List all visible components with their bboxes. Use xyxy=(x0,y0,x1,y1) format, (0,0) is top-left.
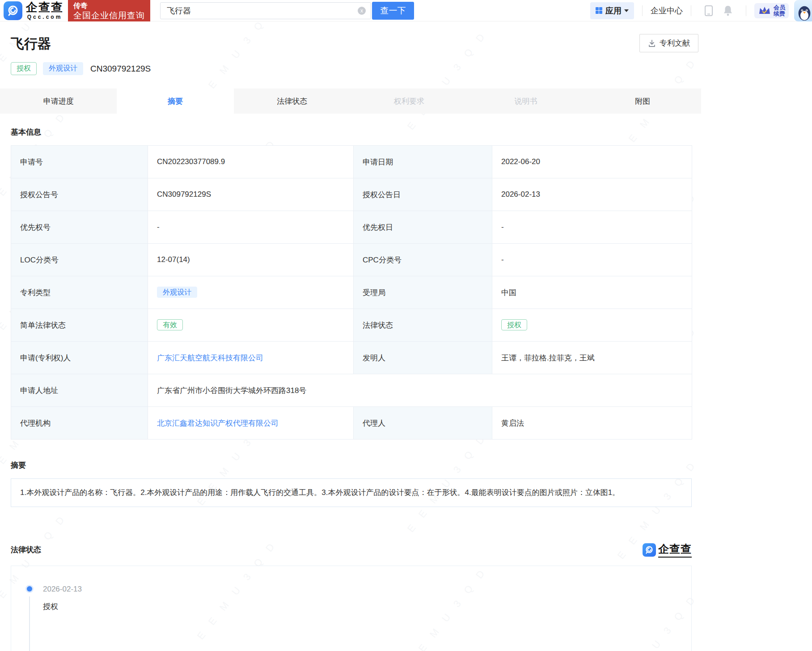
qcc-watermark-icon xyxy=(643,543,656,557)
brand-domain: Qcc.com xyxy=(26,14,63,20)
agency-label: 代理机构 xyxy=(11,407,148,440)
download-icon xyxy=(648,39,656,47)
promo-banner[interactable]: 传奇 全国企业信用查询 xyxy=(68,0,150,21)
table-row: 申请人地址 广东省广州市小谷围街大学城外环西路318号 xyxy=(11,374,692,407)
inventors-value: 王谭，菲拉格.拉菲克，王斌 xyxy=(492,342,692,374)
vip-line2: 续费 xyxy=(774,11,785,17)
legal-status-heading: 法律状态 xyxy=(11,545,41,555)
qcc-watermark-logo: 企查查 xyxy=(643,542,692,558)
page-title: 飞行器 xyxy=(11,35,690,53)
tab-bar: 申请进度 摘要 法律状态 权利要求 说明书 附图 xyxy=(0,89,701,114)
brand-text: 企查查 Qcc.com xyxy=(26,1,63,20)
table-row: 优先权号 - 优先权日 - xyxy=(11,211,692,244)
patent-document-label: 专利文献 xyxy=(660,38,690,48)
grant-pub-date-label: 授权公告日 xyxy=(354,178,492,211)
abstract-heading: 摘要 xyxy=(11,460,701,470)
qcc-logo-icon xyxy=(4,1,22,20)
chevron-down-icon xyxy=(624,9,629,12)
top-header: 企查查 Qcc.com 传奇 全国企业信用查询 x 查一下 应用 企业中心 xyxy=(0,0,812,21)
grant-pub-no-label: 授权公告号 xyxy=(11,178,148,211)
vip-line1: 会员 xyxy=(774,4,785,11)
timeline-item: 2026-02-13 授权 xyxy=(43,585,691,612)
applicant-label: 申请(专利权)人 xyxy=(11,342,148,374)
priority-no-value: - xyxy=(148,211,354,244)
timeline-date: 2026-02-13 xyxy=(43,585,691,594)
search-button[interactable]: 查一下 xyxy=(372,2,414,20)
clear-search-icon[interactable]: x xyxy=(358,7,366,15)
promo-line2: 全国企业信用查询 xyxy=(73,10,145,21)
tab-claims: 权利要求 xyxy=(351,89,467,114)
patent-type-badge: 外观设计 xyxy=(43,62,83,75)
apps-label: 应用 xyxy=(605,5,622,16)
priority-no-label: 优先权号 xyxy=(11,211,148,244)
cpc-class-value: - xyxy=(492,244,692,276)
table-row: 代理机构 北京汇鑫君达知识产权代理有限公司 代理人 黄启法 xyxy=(11,407,692,440)
mascot-assistant-icon[interactable] xyxy=(794,0,812,21)
patent-type-label: 专利类型 xyxy=(11,276,148,309)
apps-menu[interactable]: 应用 xyxy=(590,2,634,19)
table-row: 申请(专利权)人 广东汇天航空航天科技有限公司 发明人 王谭，菲拉格.拉菲克，王… xyxy=(11,342,692,374)
simple-legal-status-label: 简单法律状态 xyxy=(11,309,148,342)
agency-link[interactable]: 北京汇鑫君达知识产权代理有限公司 xyxy=(157,419,279,427)
qcc-logo[interactable]: 企查查 Qcc.com xyxy=(4,1,63,20)
header-right-nav: 应用 企业中心 会员 续费 xyxy=(590,0,812,21)
tab-application-progress[interactable]: 申请进度 xyxy=(0,89,117,114)
search-bar: x 查一下 xyxy=(160,2,414,20)
patent-document-button[interactable]: 专利文献 xyxy=(639,34,698,52)
legal-status-label: 法律状态 xyxy=(354,309,492,342)
grant-pub-date-value: 2026-02-13 xyxy=(492,178,692,211)
loc-class-label: LOC分类号 xyxy=(11,244,148,276)
applicant-link[interactable]: 广东汇天航空航天科技有限公司 xyxy=(157,354,263,362)
abstract-text: 1.本外观设计产品的名称：飞行器。2.本外观设计产品的用途：用作载人飞行的交通工… xyxy=(11,478,692,507)
basic-info-heading: 基本信息 xyxy=(11,127,701,137)
divider xyxy=(746,5,746,16)
mobile-app-icon[interactable] xyxy=(704,5,714,17)
legal-status-timeline: 2026-02-13 授权 xyxy=(11,566,692,651)
table-row: 申请号 CN202230377089.9 申请日期 2022-06-20 xyxy=(11,146,692,178)
application-no-value: CN202230377089.9 xyxy=(148,146,354,178)
applicant-address-label: 申请人地址 xyxy=(11,374,148,407)
table-row: 简单法律状态 有效 法律状态 授权 xyxy=(11,309,692,342)
patent-type-chip[interactable]: 外观设计 xyxy=(157,287,197,298)
legal-status-badge: 授权 xyxy=(501,319,527,330)
publication-number: CN309792129S xyxy=(90,64,151,74)
priority-date-value: - xyxy=(492,211,692,244)
timeline-connector xyxy=(29,596,30,651)
tab-description: 说明书 xyxy=(467,89,584,114)
tab-abstract[interactable]: 摘要 xyxy=(117,89,233,114)
agent-label: 代理人 xyxy=(354,407,492,440)
inventors-label: 发明人 xyxy=(354,342,492,374)
vip-renew-button[interactable]: 会员 续费 xyxy=(754,3,789,18)
table-row: 授权公告号 CN309792129S 授权公告日 2026-02-13 xyxy=(11,178,692,211)
apps-grid-icon xyxy=(596,7,602,14)
grant-status-badge: 授权 xyxy=(11,62,37,75)
grant-pub-no-value: CN309792129S xyxy=(148,178,354,211)
office-value: 中国 xyxy=(492,276,692,309)
application-date-value: 2022-06-20 xyxy=(492,146,692,178)
table-row: 专利类型 外观设计 受理局 中国 xyxy=(11,276,692,309)
application-date-label: 申请日期 xyxy=(354,146,492,178)
agent-value: 黄启法 xyxy=(492,407,692,440)
basic-info-table: 申请号 CN202230377089.9 申请日期 2022-06-20 授权公… xyxy=(11,145,692,440)
table-row: LOC分类号 12-07(14) CPC分类号 - xyxy=(11,244,692,276)
search-input[interactable] xyxy=(160,2,371,19)
timeline-dot xyxy=(27,586,32,592)
crown-icon xyxy=(758,5,771,16)
notification-bell-icon[interactable] xyxy=(723,5,733,17)
office-label: 受理局 xyxy=(354,276,492,309)
promo-line1: 传奇 xyxy=(73,1,145,10)
application-no-label: 申请号 xyxy=(11,146,148,178)
divider xyxy=(642,5,643,16)
timeline-status: 授权 xyxy=(43,601,691,612)
cpc-class-label: CPC分类号 xyxy=(354,244,492,276)
tab-legal-status[interactable]: 法律状态 xyxy=(234,89,351,114)
simple-legal-status-badge: 有效 xyxy=(157,319,183,330)
brand-name: 企查查 xyxy=(26,1,63,13)
divider xyxy=(691,5,691,16)
enterprise-center-link[interactable]: 企业中心 xyxy=(651,5,683,16)
loc-class-value: 12-07(14) xyxy=(148,244,354,276)
applicant-address-value: 广东省广州市小谷围街大学城外环西路318号 xyxy=(148,374,692,407)
tab-drawings[interactable]: 附图 xyxy=(584,89,701,114)
priority-date-label: 优先权日 xyxy=(354,211,492,244)
qcc-watermark-text: 企查查 xyxy=(658,542,692,558)
